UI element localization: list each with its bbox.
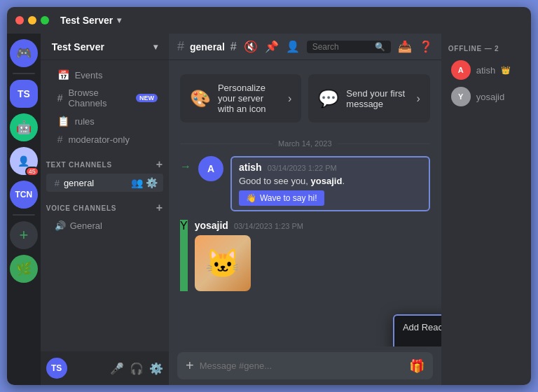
- member-item-yosajid[interactable]: Y yosajid: [444, 83, 528, 110]
- member-avatar-yosajid: Y: [451, 87, 471, 106]
- date-separator: March 14, 2023: [169, 134, 441, 153]
- message-icon: 💬: [318, 89, 339, 108]
- notification-badge: 45: [25, 167, 39, 176]
- palette-icon: 🎨: [190, 89, 211, 108]
- sidebar-footer: TS 🎤 🎧 ⚙️: [41, 351, 169, 385]
- sidebar-item-rules[interactable]: 📋 rules: [46, 112, 163, 130]
- inbox-icon[interactable]: 📥: [398, 40, 412, 53]
- user-avatar: TS: [46, 358, 67, 379]
- ctx-pin-message[interactable]: Pin Message 📌: [394, 338, 441, 346]
- maximize-button[interactable]: [41, 16, 49, 24]
- server-icon-green[interactable]: 🌿: [10, 255, 38, 283]
- server-divider: [13, 73, 35, 74]
- close-button[interactable]: [15, 16, 24, 24]
- add-channel-icon[interactable]: +: [156, 158, 163, 171]
- hash-icon: #: [57, 134, 63, 145]
- mic-icon[interactable]: 🎤: [110, 362, 124, 375]
- msg-time-2: 03/14/2023 1:23 PM: [234, 222, 303, 230]
- server-divider-2: [13, 214, 35, 216]
- hash-header-icon: #: [230, 41, 237, 53]
- rules-icon: 📋: [57, 115, 69, 127]
- chat-header: # general # 🔇 📌 👤 🔍 📥 ❓: [169, 34, 441, 60]
- search-icon: 🔍: [375, 42, 385, 52]
- highlighted-message: atish 03/14/2023 1:22 PM Good to see you…: [230, 156, 430, 211]
- sidebar-item-browse[interactable]: # Browse Channels NEW: [46, 84, 163, 112]
- sidebar-item-events[interactable]: 📅 Events: [46, 66, 163, 84]
- server-icon-ts[interactable]: TS: [10, 80, 38, 108]
- member-name-yosajid: yosajid: [476, 92, 504, 102]
- new-badge: NEW: [136, 94, 158, 102]
- channel-sidebar: Test Server ▾ 📅 Events # Browse Channels…: [41, 34, 169, 385]
- message-input-area: + 🎁: [169, 346, 441, 385]
- browse-icon: #: [57, 92, 63, 104]
- msg-header-2: yosajid 03/14/2023 1:23 PM: [195, 220, 430, 231]
- search-input[interactable]: [312, 42, 372, 52]
- wave-button[interactable]: 👋 Wave to say hi!: [239, 190, 324, 206]
- help-icon[interactable]: ❓: [419, 40, 433, 53]
- channel-item-general[interactable]: # general 👥 ⚙️: [46, 174, 163, 192]
- settings-icon: ⚙️: [146, 177, 158, 188]
- welcome-banners: 🎨 Personalize your server with an icon ›…: [169, 69, 441, 128]
- wave-icon: 👋: [246, 193, 256, 203]
- member-item-atish[interactable]: A atish 👑: [444, 57, 528, 83]
- crown-icon: 👑: [501, 66, 511, 75]
- context-menu-container: 😂 🆔 🔗 📢 📌 ⭐ ⋯ Add Reaction: [393, 314, 441, 346]
- message-input[interactable]: [200, 360, 404, 371]
- msg-time-1: 03/14/2023 1:22 PM: [268, 164, 337, 172]
- voice-channels-category[interactable]: VOICE CHANNELS +: [41, 192, 169, 217]
- message-content-1: atish 03/14/2023 1:22 PM Good to see you…: [230, 156, 430, 214]
- sidebar-item-moderator[interactable]: # moderator-only: [46, 130, 163, 148]
- search-box[interactable]: 🔍: [307, 41, 391, 53]
- minimize-button[interactable]: [28, 16, 36, 24]
- server-icon-tcn[interactable]: TCN: [10, 181, 38, 209]
- pin-icon[interactable]: 📌: [265, 40, 279, 53]
- mute-icon[interactable]: 🔇: [244, 40, 258, 53]
- hash-icon-general: #: [55, 178, 60, 188]
- members-icon: 👥: [131, 177, 143, 188]
- footer-icons: 🎤 🎧 ⚙️: [110, 362, 163, 375]
- server-dropdown-icon: ▾: [153, 42, 158, 52]
- input-icons: 🎁: [409, 358, 425, 374]
- chat-messages: 🎨 Personalize your server with an icon ›…: [169, 60, 441, 346]
- sidebar-server-header[interactable]: Test Server ▾: [41, 34, 169, 60]
- welcome-card-message[interactable]: 💬 Send your first message ›: [308, 74, 429, 122]
- ctx-add-reaction[interactable]: Add Reaction ›: [394, 316, 441, 338]
- message-group-1: → A atish 03/14/2023 1:22 PM Good to see…: [169, 153, 441, 217]
- msg-username-2: yosajid: [195, 220, 228, 231]
- msg-text-1: Good to see you, yosajid.: [239, 175, 422, 188]
- text-channels-category[interactable]: TEXT CHANNELS +: [41, 148, 169, 174]
- header-icons: # 🔇 📌 👤 🔍 📥 ❓: [230, 40, 433, 53]
- context-menu: Add Reaction › Pin Message 📌 Reply ↩: [393, 314, 441, 346]
- settings-gear-icon[interactable]: ⚙️: [149, 362, 163, 375]
- channel-item-voice-general[interactable]: 🔊 General: [46, 217, 163, 234]
- app-window: Test Server ▾ 🎮 TS 🤖 👤 45 TCN + 🌿 Test S…: [7, 7, 531, 385]
- channel-hash-icon: #: [177, 39, 184, 54]
- sidebar-nav: 📅 Events # Browse Channels NEW 📋 rules #…: [41, 60, 169, 351]
- member-section-offline: OFFLINE — 2: [441, 41, 531, 57]
- card-arrow-icon-2: ›: [416, 92, 420, 105]
- add-voice-channel-icon[interactable]: +: [156, 202, 163, 214]
- member-list: OFFLINE — 2 A atish 👑 Y yosajid: [441, 34, 531, 385]
- server-icon-user[interactable]: 👤 45: [10, 147, 38, 175]
- title-bar: Test Server ▾: [7, 7, 531, 34]
- traffic-lights: [15, 16, 49, 24]
- server-icon-list: 🎮 TS 🤖 👤 45 TCN + 🌿: [7, 34, 41, 385]
- msg-username-1: atish: [239, 162, 262, 173]
- sticker-image: 🐱: [195, 235, 251, 291]
- chat-area: # general # 🔇 📌 👤 🔍 📥 ❓: [169, 34, 441, 385]
- server-icon-discord[interactable]: 🎮: [10, 39, 38, 67]
- add-attachment-icon[interactable]: +: [186, 358, 194, 374]
- gift-icon[interactable]: 🎁: [409, 358, 425, 374]
- member-name-atish: atish: [476, 65, 495, 76]
- card-arrow-icon: ›: [288, 92, 291, 105]
- message-arrow-icon: →: [180, 160, 191, 214]
- speaker-icon: 🔊: [55, 220, 66, 231]
- server-icon-add[interactable]: +: [10, 221, 38, 249]
- atish-avatar: A: [198, 156, 223, 181]
- server-icon-gpt[interactable]: 🤖: [10, 113, 38, 141]
- main-area: 🎮 TS 🤖 👤 45 TCN + 🌿 Test Server ▾ 📅 Eve: [7, 34, 531, 385]
- welcome-card-icon[interactable]: 🎨 Personalize your server with an icon ›: [180, 74, 301, 122]
- member-avatar-atish: A: [451, 60, 471, 80]
- members-header-icon[interactable]: 👤: [286, 40, 300, 53]
- headphone-icon[interactable]: 🎧: [130, 362, 144, 375]
